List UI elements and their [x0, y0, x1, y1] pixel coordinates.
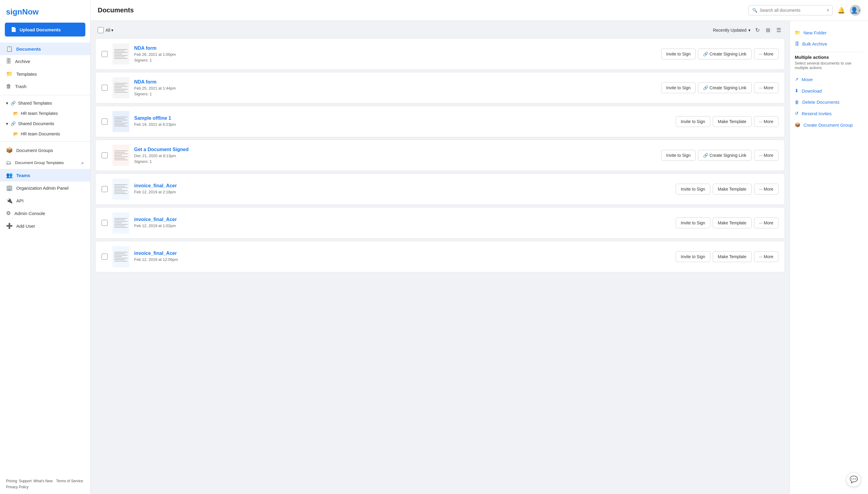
- make-template-button[interactable]: Make Template: [713, 217, 752, 228]
- support-link[interactable]: Support: [19, 479, 32, 483]
- doc-name[interactable]: invoice_final_Acer: [134, 183, 671, 189]
- create-signing-link-button[interactable]: 🔗 Create Signing Link: [698, 82, 751, 93]
- doc-thumbnail: [113, 212, 129, 233]
- more-button[interactable]: ··· More: [754, 116, 778, 127]
- sidebar-item-doc-group-templates[interactable]: 🗂 Document Group Templates ▸: [0, 156, 90, 169]
- sidebar-item-archive[interactable]: 🗄 Archive: [0, 55, 90, 68]
- shared-templates-group[interactable]: ▾ 🔗 Shared Templates: [0, 98, 90, 109]
- invite-to-sign-button[interactable]: Invite to Sign: [661, 150, 696, 161]
- more-button[interactable]: ··· More: [754, 184, 778, 194]
- all-dropdown-button[interactable]: All ▾: [105, 28, 113, 33]
- list-toolbar: All ▾ Recently Updated ▾ ↻ ⊞ ☰: [91, 26, 790, 38]
- create-signing-link-button[interactable]: 🔗 Create Signing Link: [698, 49, 751, 59]
- create-doc-group-action[interactable]: 📦 Create Document Group: [795, 119, 863, 131]
- sidebar-item-documents[interactable]: 📋 Documents: [0, 42, 90, 55]
- doc-checkbox[interactable]: [102, 118, 108, 125]
- archive-icon: 🗄: [6, 58, 12, 64]
- select-all-checkbox[interactable]: [98, 27, 104, 33]
- doc-thumbnail: [113, 246, 129, 267]
- sort-dropdown-icon: ▾: [748, 28, 750, 33]
- make-template-button[interactable]: Make Template: [713, 184, 752, 194]
- search-box: 🔍 ▾: [748, 5, 833, 15]
- new-folder-action[interactable]: 📁 New Folder: [795, 27, 863, 38]
- avatar[interactable]: 👤 ▾: [850, 5, 861, 16]
- sidebar-item-add-user[interactable]: ➕ Add User: [0, 220, 90, 232]
- pricing-link[interactable]: Pricing: [6, 479, 17, 483]
- documents-list: All ▾ Recently Updated ▾ ↻ ⊞ ☰: [91, 21, 790, 494]
- make-template-button[interactable]: Make Template: [713, 116, 752, 127]
- sidebar-item-api[interactable]: 🔌 API: [0, 194, 90, 207]
- topbar: Documents 🔍 ▾ 🔔 👤 ▾: [91, 0, 868, 21]
- doc-name[interactable]: NDA form: [134, 79, 656, 85]
- doc-checkbox[interactable]: [102, 186, 108, 192]
- doc-thumbnail: [113, 43, 129, 64]
- topbar-right: 🔍 ▾ 🔔 👤 ▾: [748, 5, 861, 16]
- more-button[interactable]: ··· More: [754, 49, 778, 59]
- view-button[interactable]: ☰: [775, 26, 783, 35]
- refresh-button[interactable]: ↻: [754, 26, 761, 35]
- sidebar-item-admin-console[interactable]: ⚙ Admin Console: [0, 207, 90, 220]
- doc-checkbox[interactable]: [102, 51, 108, 57]
- invite-to-sign-button[interactable]: Invite to Sign: [676, 116, 710, 127]
- delete-action[interactable]: 🗑 Delete Documents: [795, 96, 863, 108]
- move-action[interactable]: ↗ Move: [795, 74, 863, 85]
- doc-checkbox[interactable]: [102, 152, 108, 158]
- privacy-link[interactable]: Privacy Policy: [6, 485, 28, 489]
- invite-to-sign-button[interactable]: Invite to Sign: [676, 217, 710, 228]
- upload-documents-button[interactable]: 📄 Upload Documents: [5, 23, 85, 37]
- notifications-icon[interactable]: 🔔: [837, 7, 845, 14]
- download-action[interactable]: ⬇ Download: [795, 85, 863, 96]
- sidebar-item-teams[interactable]: 👥 Teams: [0, 169, 90, 182]
- more-button[interactable]: ··· More: [754, 217, 778, 228]
- doc-date: Feb 26, 2021 at 1:00pm: [134, 52, 656, 57]
- sidebar-item-org-admin[interactable]: 🏢 Organization Admin Panel: [0, 182, 90, 194]
- invite-to-sign-button[interactable]: Invite to Sign: [676, 251, 710, 262]
- page-title: Documents: [98, 6, 134, 14]
- teams-icon: 👥: [6, 172, 13, 178]
- doc-actions: Invite to SignMake Template··· More: [676, 184, 778, 194]
- resend-invites-action[interactable]: ↺ Resend Invites: [795, 108, 863, 119]
- doc-checkbox[interactable]: [102, 220, 108, 226]
- doc-name[interactable]: NDA form: [134, 45, 656, 51]
- sidebar-item-hr-templates[interactable]: 📂 HR team Templates: [0, 109, 90, 118]
- doc-info: invoice_final_Acer Feb 12, 2019 at 1:02p…: [134, 217, 671, 229]
- more-button[interactable]: ··· More: [754, 251, 778, 262]
- more-button[interactable]: ··· More: [754, 82, 778, 93]
- doc-checkbox[interactable]: [102, 254, 108, 260]
- more-button[interactable]: ··· More: [754, 150, 778, 161]
- invite-to-sign-button[interactable]: Invite to Sign: [661, 82, 696, 93]
- chat-button[interactable]: 💬: [846, 472, 861, 487]
- make-template-button[interactable]: Make Template: [713, 251, 752, 262]
- doc-group-templates-icon: 🗂: [6, 159, 12, 166]
- chevron-down-icon-2: ▾: [6, 121, 8, 126]
- table-row: invoice_final_Acer Feb 12, 2019 at 2:18p…: [95, 173, 785, 205]
- search-input[interactable]: [760, 8, 825, 13]
- table-row: NDA form Feb 25, 2021 at 1:44pm Signers:…: [95, 72, 785, 103]
- doc-name[interactable]: invoice_final_Acer: [134, 251, 671, 256]
- doc-thumbnail: [113, 145, 129, 166]
- doc-name[interactable]: invoice_final_Acer: [134, 217, 671, 222]
- sidebar-item-templates[interactable]: 📁 Templates: [0, 68, 90, 80]
- doc-date: Feb 12, 2019 at 2:18pm: [134, 190, 671, 194]
- doc-name[interactable]: Get a Document Signed: [134, 147, 656, 152]
- sort-button[interactable]: Recently Updated ▾: [713, 28, 750, 33]
- create-signing-link-button[interactable]: 🔗 Create Signing Link: [698, 150, 751, 161]
- invite-to-sign-button[interactable]: Invite to Sign: [661, 49, 696, 59]
- doc-checkbox[interactable]: [102, 85, 108, 91]
- whats-new-link[interactable]: What's New: [34, 479, 53, 483]
- invite-to-sign-button[interactable]: Invite to Sign: [676, 184, 710, 194]
- filter-button[interactable]: ⊞: [765, 26, 772, 35]
- sidebar-item-document-groups[interactable]: 📦 Document Groups: [0, 144, 90, 156]
- sidebar-item-hr-documents[interactable]: 📂 HR team Documents: [0, 129, 90, 139]
- sidebar-item-trash[interactable]: 🗑 Trash: [0, 80, 90, 93]
- doc-signers: Signers: 1: [134, 92, 656, 96]
- table-row: NDA form Feb 26, 2021 at 1:00pm Signers:…: [95, 38, 785, 70]
- bulk-archive-action[interactable]: 🗄 Bulk Archive: [795, 38, 863, 50]
- terms-link[interactable]: Terms of Service: [56, 479, 83, 483]
- org-admin-icon: 🏢: [6, 185, 13, 191]
- doc-name[interactable]: Sample offline 1: [134, 115, 671, 121]
- select-all-group: All ▾: [98, 27, 113, 33]
- chevron-right-icon: ▸: [82, 160, 84, 166]
- multiple-actions-desc: Select several documents to use multiple…: [795, 61, 863, 70]
- shared-documents-group[interactable]: ▾ 🔗 Shared Documents: [0, 118, 90, 129]
